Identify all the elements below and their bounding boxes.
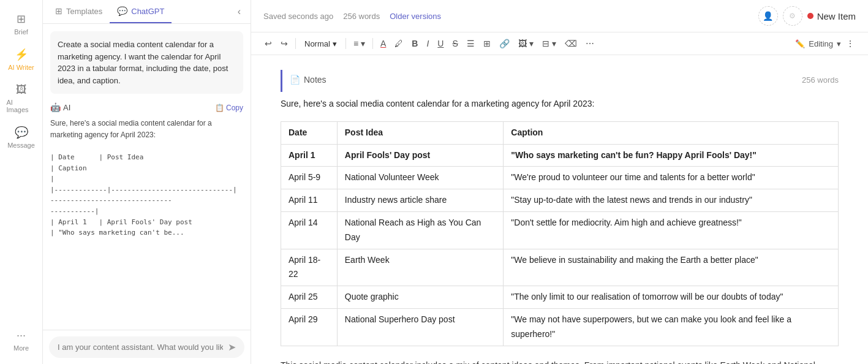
notes-label: 📄 Notes bbox=[290, 75, 326, 85]
bullet-list-button[interactable]: ☰ bbox=[463, 36, 478, 51]
editor-topbar: Saved seconds ago 256 words Older versio… bbox=[251, 0, 868, 32]
table-cell-0: April 5-9 bbox=[281, 167, 338, 189]
table-cell-2: "Stay up-to-date with the latest news an… bbox=[504, 189, 839, 212]
older-versions-link[interactable]: Older versions bbox=[390, 12, 441, 21]
avatar-2: ⚙ bbox=[783, 6, 802, 26]
user-message: Create a social media content calendar f… bbox=[50, 31, 243, 94]
word-count-doc: 256 words bbox=[802, 75, 839, 85]
table-header-date: Date bbox=[281, 121, 338, 144]
table-cell-1: National Volunteer Week bbox=[337, 167, 504, 189]
sidebar: ⊞ Brief ⚡ AI Writer 🖼 AI Images 💬 Messag… bbox=[0, 0, 43, 364]
send-button[interactable]: ➤ bbox=[228, 341, 236, 353]
tab-chatgpt[interactable]: 💬 ChatGPT bbox=[110, 0, 172, 23]
templates-tab-icon: ⊞ bbox=[55, 6, 62, 16]
table-cell-0: April 25 bbox=[281, 286, 338, 309]
underline-button[interactable]: U bbox=[434, 36, 447, 51]
style-selector[interactable]: Normal ▾ bbox=[300, 37, 342, 51]
strikethrough-button[interactable]: S bbox=[448, 36, 461, 51]
table-cell-0: April 29 bbox=[281, 308, 338, 346]
redo-button[interactable]: ↪ bbox=[277, 36, 292, 51]
tab-chatgpt-label: ChatGPT bbox=[131, 7, 164, 16]
sidebar-item-brief[interactable]: ⊞ Brief bbox=[3, 7, 40, 40]
doc-footer: This social media content calendar inclu… bbox=[281, 358, 839, 364]
toolbar-divider-3 bbox=[372, 38, 373, 49]
avatar: 👤 bbox=[758, 6, 778, 26]
ai-message: 🤖 AI 📋 Copy Sure, here's a social media … bbox=[50, 101, 243, 249]
copy-button[interactable]: 📋 Copy bbox=[215, 104, 243, 112]
highlight-button[interactable]: 🖊 bbox=[391, 36, 407, 51]
chat-input-area: ➤ bbox=[43, 330, 251, 364]
sidebar-item-ai-images[interactable]: 🖼 AI Images bbox=[3, 78, 40, 118]
chatgpt-tab-icon: 💬 bbox=[117, 6, 127, 16]
align-button[interactable]: ≡ ▾ bbox=[350, 36, 369, 51]
ai-label: 🤖 AI bbox=[50, 101, 70, 114]
new-item-dot bbox=[807, 13, 813, 19]
table-row: April 11Industry news article share"Stay… bbox=[281, 189, 839, 212]
table-row: April 18-22Earth Week"We believe in sust… bbox=[281, 249, 839, 286]
table-cell-0: April 1 bbox=[281, 144, 338, 167]
editing-mode-selector[interactable]: ✏️ Editing ▾ bbox=[795, 39, 841, 48]
link-button[interactable]: 🔗 bbox=[496, 36, 513, 51]
document-area: 📄 Notes 256 words Sure, here's a social … bbox=[251, 55, 868, 364]
chat-input[interactable] bbox=[58, 343, 223, 352]
table-cell-2: "The only limit to our realisation of to… bbox=[504, 286, 839, 309]
table-row: April 14National Reach as High as You Ca… bbox=[281, 211, 839, 249]
notes-icon: 📄 bbox=[290, 75, 300, 85]
pencil-icon: ✏️ bbox=[795, 39, 805, 48]
chat-input-wrapper: ➤ bbox=[49, 336, 244, 358]
brief-icon: ⊞ bbox=[17, 12, 26, 26]
ai-table-preview: | Date | Post Idea | Caption | |--------… bbox=[50, 141, 243, 249]
sidebar-item-label: More bbox=[13, 344, 29, 352]
chevron-down-icon: ▾ bbox=[333, 39, 337, 48]
table-cell-2: "We believe in sustainability and making… bbox=[504, 249, 839, 286]
ai-message-content: Sure, here's a social media content cale… bbox=[50, 118, 243, 249]
table-header-caption: Caption bbox=[504, 121, 839, 144]
table-cell-2: "We're proud to volunteer our time and t… bbox=[504, 167, 839, 189]
sidebar-item-label: AI Images bbox=[7, 99, 36, 113]
copy-icon: 📋 bbox=[215, 104, 224, 112]
toolbar-divider-1 bbox=[295, 38, 296, 49]
table-cell-1: April Fools' Day post bbox=[337, 144, 504, 167]
sidebar-item-ai-writer[interactable]: ⚡ AI Writer bbox=[3, 43, 40, 76]
avatar-icon: 👤 bbox=[763, 11, 773, 21]
sidebar-item-message[interactable]: 💬 Message bbox=[3, 121, 40, 154]
message-icon: 💬 bbox=[15, 126, 28, 139]
more-icon: ··· bbox=[17, 329, 26, 342]
ai-robot-icon: 🤖 bbox=[50, 101, 61, 114]
sidebar-item-label: AI Writer bbox=[8, 64, 34, 71]
document-content: Sure, here's a social media content cale… bbox=[281, 97, 839, 364]
clear-format-button[interactable]: ⌫ bbox=[561, 36, 581, 51]
toolbar: ↩ ↪ Normal ▾ ≡ ▾ A 🖊 B I U S ☰ ⊞ 🔗 🖼 ▾ ⊟… bbox=[251, 32, 868, 55]
tab-templates-label: Templates bbox=[66, 7, 102, 16]
chat-panel: ⊞ Templates 💬 ChatGPT ‹ Create a social … bbox=[43, 0, 251, 364]
ordered-list-button[interactable]: ⊞ bbox=[480, 36, 494, 51]
undo-button[interactable]: ↩ bbox=[261, 36, 276, 51]
sidebar-item-more[interactable]: ··· More bbox=[3, 324, 40, 357]
text-color-button[interactable]: A bbox=[377, 36, 390, 51]
tab-templates[interactable]: ⊞ Templates bbox=[48, 0, 110, 23]
topbar-right: 👤 ⚙ New Item bbox=[758, 6, 856, 26]
new-item-button[interactable]: New Item bbox=[807, 11, 856, 21]
ai-images-icon: 🖼 bbox=[16, 83, 27, 96]
ai-writer-icon: ⚡ bbox=[15, 48, 28, 61]
bold-button[interactable]: B bbox=[408, 36, 421, 51]
table-row: April 1April Fools' Day post"Who says ma… bbox=[281, 144, 839, 167]
table-button[interactable]: ⊟ ▾ bbox=[538, 36, 560, 51]
table-row: April 5-9National Volunteer Week"We're p… bbox=[281, 167, 839, 189]
table-header-post-idea: Post Idea bbox=[337, 121, 504, 144]
chevron-down-icon-editing: ▾ bbox=[837, 39, 841, 48]
collapse-panel-button[interactable]: ‹ bbox=[233, 0, 246, 23]
overflow-menu-button[interactable]: ⋮ bbox=[842, 36, 858, 51]
table-cell-1: Earth Week bbox=[337, 249, 504, 286]
more-options-button[interactable]: ⋯ bbox=[582, 36, 598, 51]
notes-bar: 📄 Notes 256 words bbox=[281, 70, 839, 92]
table-cell-2: "We may not have superpowers, but we can… bbox=[504, 308, 839, 346]
save-status: Saved seconds ago bbox=[263, 12, 333, 21]
image-button[interactable]: 🖼 ▾ bbox=[515, 36, 537, 51]
chat-messages: Create a social media content calendar f… bbox=[43, 24, 251, 330]
doc-intro: Sure, here's a social media content cale… bbox=[281, 97, 839, 112]
table-cell-0: April 11 bbox=[281, 189, 338, 212]
table-cell-1: National Superhero Day post bbox=[337, 308, 504, 346]
ai-message-header: 🤖 AI 📋 Copy bbox=[50, 101, 243, 114]
italic-button[interactable]: I bbox=[423, 36, 432, 51]
